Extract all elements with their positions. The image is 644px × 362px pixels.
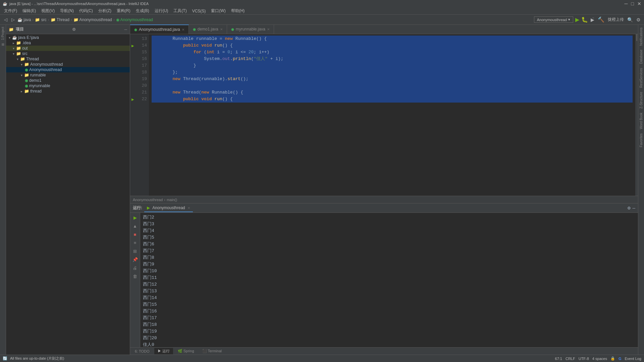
close-panel-icon[interactable]: ─: [124, 27, 127, 32]
tab-myrunnable[interactable]: ◉ myrunnable.java ✕: [227, 24, 274, 34]
tree-item-thread[interactable]: ▾ 📁 Thread: [6, 56, 130, 62]
build-button[interactable]: 🔨: [597, 16, 605, 23]
breadcrumb-method[interactable]: main(): [167, 198, 177, 202]
status-position[interactable]: 67:1: [555, 357, 562, 361]
code-line-15: for (int i = 0; i <= 20; i++): [152, 49, 633, 56]
menu-file[interactable]: 文件(F): [1, 7, 20, 14]
tab-todo[interactable]: 6: TODO: [131, 349, 153, 354]
nav-bar: ◁ ▷ ☕ java › 📁 src › 📁 Thread › 📁 Anonym…: [0, 15, 644, 25]
run-tab-anonymousthread[interactable]: ▶ Anonymousthread ✕: [144, 204, 193, 212]
event-log[interactable]: Event Log: [625, 357, 641, 361]
breadcrumb-class[interactable]: Anonymousthread: [133, 198, 163, 202]
right-tab-wordbook[interactable]: Word Book: [639, 111, 644, 130]
output-ximen9: 西门9: [143, 261, 635, 268]
tree-item-idea[interactable]: ▸ 📁 .idea: [6, 40, 130, 46]
status-encoding[interactable]: UTF-8: [579, 357, 589, 361]
tree-item-anonymousthread-dir[interactable]: ▾ 📁 Anonymousthread: [6, 62, 130, 67]
menu-analyze[interactable]: 分析(Z): [96, 7, 114, 14]
search-icon[interactable]: 🔍: [627, 16, 634, 23]
lock-icon: 🔒: [610, 356, 615, 361]
menu-generate[interactable]: 生成(B): [133, 7, 152, 14]
right-tab-zstructure[interactable]: Z-Structure: [639, 90, 644, 110]
run-up-button[interactable]: ▲: [132, 223, 138, 230]
tab-demo1[interactable]: ◉ demo1.java ✕: [189, 24, 227, 34]
settings-icon[interactable]: ⚙: [72, 27, 76, 32]
run-config-label: Anonymousthread: [537, 18, 567, 22]
menu-run[interactable]: 运行(U): [152, 7, 171, 14]
tree-item-thread-sub[interactable]: ▸ 📁 thread: [6, 88, 130, 94]
right-sidebar: Notifications Database RestServices Z-St…: [638, 25, 644, 355]
close-button[interactable]: ✕: [637, 1, 641, 6]
tab-demo1-icon: ◉: [193, 27, 196, 31]
tab-close-anonymousthread[interactable]: ✕: [182, 28, 184, 32]
run-pin-button[interactable]: 📌: [131, 256, 139, 263]
bookmarks-sidebar-icon[interactable]: ⊞: [0, 43, 5, 47]
tab-close-demo1[interactable]: ✕: [220, 27, 223, 31]
expand-icon: ▾: [13, 47, 14, 50]
right-tab-database[interactable]: Database: [639, 48, 644, 65]
run-restart-button[interactable]: ▶: [132, 214, 138, 221]
run-button[interactable]: ▶: [575, 16, 579, 23]
scrollbar-indicator[interactable]: [635, 34, 638, 196]
run-settings-icon[interactable]: ⚙: [627, 206, 631, 210]
output-ximen4: 西门4: [143, 228, 635, 234]
tree-item-runnable[interactable]: ▾ 📁 runnable: [6, 72, 130, 78]
run-config-selector[interactable]: Anonymousthread ▾: [534, 16, 573, 23]
run-filter-button[interactable]: ≡: [133, 239, 138, 246]
breadcrumb-thread[interactable]: 📁 Thread: [51, 17, 69, 22]
output-ximen18: 西门18: [143, 321, 635, 328]
run-stop-button[interactable]: ■: [133, 231, 138, 238]
menu-window[interactable]: 窗口(W): [208, 7, 228, 14]
upload-button[interactable]: 拢橙上传: [607, 16, 625, 23]
output-ximen3: 西门3: [143, 221, 635, 228]
tab-anonymousthread[interactable]: ◉ Anonymousthread.java ✕: [130, 24, 189, 34]
tree-item-myrunnable[interactable]: ◉ myrunnable: [6, 83, 130, 88]
menu-refactor[interactable]: 重构(R): [114, 7, 133, 14]
project-panel-header: 📁 项目 ⚙ ─: [6, 25, 130, 34]
nav-back-icon[interactable]: ◁: [3, 16, 9, 23]
right-tab-favorites[interactable]: Favorites: [639, 132, 644, 148]
tab-close-myrunnable[interactable]: ✕: [267, 27, 270, 31]
debug-button[interactable]: 🐛: [581, 16, 588, 23]
tab-spring[interactable]: 🌿 Spring: [174, 348, 198, 354]
nav-forward-icon[interactable]: ▷: [10, 16, 16, 23]
menu-vcs[interactable]: VCS(S): [190, 8, 209, 14]
tree-item-out[interactable]: ▾ 📁 out: [6, 46, 130, 51]
breadcrumb-anonymousthread-file[interactable]: ◉ Anonymousthread: [116, 17, 153, 22]
coverage-button[interactable]: ▶̈: [590, 16, 595, 23]
code-body[interactable]: Runnable runnable = new Runnable() { pub…: [149, 34, 635, 196]
tree-item-demo1[interactable]: ◉ demo1: [6, 78, 130, 83]
menu-code[interactable]: 代码(C): [76, 7, 96, 14]
breadcrumb-java[interactable]: ☕ java: [17, 17, 31, 22]
menu-tools[interactable]: 工具(T): [171, 7, 189, 14]
expand-icon: ▾: [13, 52, 14, 56]
status-line-sep[interactable]: CRLF: [566, 357, 575, 361]
breadcrumb-src[interactable]: 📁 src: [35, 17, 46, 22]
settings-gear-icon[interactable]: ⚙: [636, 16, 641, 23]
tab-terminal[interactable]: ⬛ Terminal: [199, 348, 225, 354]
app-icon: ☕: [3, 2, 7, 6]
menu-navigate[interactable]: 导航(N): [57, 7, 76, 14]
right-tab-restservices[interactable]: RestServices: [639, 67, 644, 89]
right-tab-notifications[interactable]: Notifications: [639, 26, 644, 47]
maximize-button[interactable]: □: [631, 1, 634, 6]
menu-view[interactable]: 视图(V): [39, 7, 57, 14]
status-indent[interactable]: 4 spaces: [592, 357, 607, 361]
minimize-button[interactable]: ─: [625, 1, 628, 6]
run-trash-button[interactable]: 🗑: [132, 273, 138, 280]
menu-help[interactable]: 帮助(H): [228, 7, 248, 14]
gutter-21: [130, 89, 136, 96]
tree-item-anonymousthread-file[interactable]: ◉ Anonymousthread: [6, 67, 130, 72]
project-sidebar-icon[interactable]: 1:Project: [0, 26, 5, 41]
run-print-button[interactable]: 🖨: [132, 264, 138, 272]
menu-edit[interactable]: 编辑(E): [20, 7, 39, 14]
run-filter2-button[interactable]: ⊞: [132, 248, 138, 255]
breadcrumb-anonymousthread-dir[interactable]: 📁 Anonymousthread: [73, 17, 112, 22]
tab-run[interactable]: ▶ 运行: [154, 348, 173, 354]
tree-item-src[interactable]: ▾ 📁 src: [6, 51, 130, 56]
status-left: 🔄 All files are up-to-date (片刻之前): [3, 356, 64, 361]
run-minimize-icon[interactable]: ─: [632, 206, 635, 210]
tab-label-demo1: demo1.java: [198, 27, 218, 32]
tree-item-java[interactable]: ▾ ☕ java E:\java: [6, 35, 130, 40]
run-tab-close[interactable]: ✕: [187, 206, 190, 210]
